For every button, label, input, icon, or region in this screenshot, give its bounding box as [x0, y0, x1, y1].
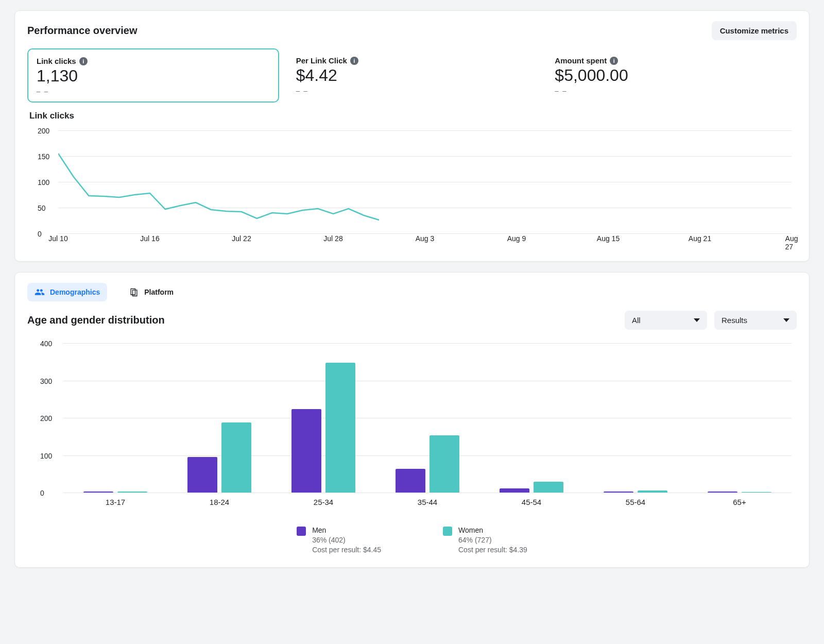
y-axis-tick: 0	[40, 489, 44, 497]
x-axis-tick: Aug 21	[689, 234, 711, 243]
bar-men	[187, 457, 217, 493]
chevron-down-icon	[694, 318, 700, 322]
demographics-tabs: Demographics Platform	[27, 283, 797, 301]
info-icon[interactable]: i	[350, 57, 358, 65]
legend-label: Men	[312, 526, 381, 535]
legend-share: 64% (727)	[458, 535, 527, 545]
demographics-heading: Age and gender distribution	[27, 314, 165, 326]
bar-men	[604, 492, 633, 493]
bar-women	[638, 490, 667, 493]
bar-group: 13-17	[63, 343, 167, 493]
legend-cpr: Cost per result: $4.39	[458, 545, 527, 555]
legend-women: Women 64% (727) Cost per result: $4.39	[443, 526, 527, 555]
y-axis-tick: 50	[38, 204, 46, 212]
y-axis-tick: 300	[40, 377, 52, 385]
x-axis-tick: 18-24	[210, 498, 229, 506]
legend-cpr: Cost per result: $4.45	[312, 545, 381, 555]
metric-value: 1,130	[37, 66, 270, 86]
x-axis-tick: Jul 28	[323, 234, 342, 243]
bar-group: 65+	[688, 343, 792, 493]
filter-all-select[interactable]: All	[625, 311, 707, 330]
legend-men: Men 36% (402) Cost per result: $4.45	[297, 526, 381, 555]
x-axis-tick: Aug 3	[416, 234, 435, 243]
bar-group: 18-24	[167, 343, 271, 493]
metric-value: $5,000.00	[555, 66, 788, 85]
bar-men	[83, 492, 113, 493]
filter-results-select[interactable]: Results	[714, 311, 797, 330]
y-axis-tick: 200	[40, 414, 52, 422]
y-axis-tick: 100	[38, 178, 49, 187]
demographics-card: Demographics Platform Age and gender dis…	[14, 272, 810, 568]
x-axis-tick: 35-44	[418, 498, 437, 506]
bar-chart-legend: Men 36% (402) Cost per result: $4.45 Wom…	[27, 526, 797, 555]
metric-label: Link clicks	[37, 57, 76, 65]
age-gender-bar-chart: 0100200300400 13-1718-2425-3435-4445-545…	[27, 338, 797, 503]
metric-label: Per Link Click	[296, 56, 347, 65]
y-axis-tick: 200	[38, 127, 49, 135]
swatch-men	[297, 527, 306, 536]
y-axis-tick: 0	[38, 230, 42, 238]
tab-demographics[interactable]: Demographics	[27, 283, 107, 301]
metric-subtext: – –	[37, 88, 270, 95]
select-value: Results	[722, 316, 747, 325]
bar-women	[117, 492, 147, 493]
select-value: All	[632, 316, 641, 325]
swatch-women	[443, 527, 452, 536]
x-axis-tick: 55-64	[626, 498, 645, 506]
bar-group: 45-54	[479, 343, 583, 493]
bar-women	[742, 492, 771, 493]
y-axis-tick: 400	[40, 340, 52, 348]
x-axis-tick: Jul 10	[48, 234, 67, 243]
x-axis-tick: Jul 16	[140, 234, 159, 243]
x-axis-tick: Aug 15	[597, 234, 620, 243]
line-chart-title: Link clicks	[29, 111, 797, 121]
x-axis-tick: 13-17	[106, 498, 125, 506]
performance-title: Performance overview	[27, 25, 137, 37]
metric-link-clicks[interactable]: Link clicks i 1,130 – –	[27, 48, 279, 103]
info-icon[interactable]: i	[79, 57, 88, 65]
bar-group: 25-34	[271, 343, 375, 493]
performance-overview-card: Performance overview Customize metrics L…	[14, 10, 810, 262]
y-axis-tick: 100	[40, 452, 52, 460]
tab-label: Platform	[144, 288, 174, 296]
x-axis-tick: Aug 27	[785, 234, 798, 251]
x-axis-tick: 45-54	[522, 498, 541, 506]
bar-group: 55-64	[583, 343, 688, 493]
tab-platform[interactable]: Platform	[122, 283, 181, 301]
metric-subtext: – –	[296, 87, 529, 95]
bar-men	[291, 409, 321, 493]
legend-share: 36% (402)	[312, 535, 381, 545]
metric-value: $4.42	[296, 66, 529, 85]
chevron-down-icon	[783, 318, 789, 322]
link-clicks-line-chart: 050100150200 Jul 10Jul 16Jul 22Jul 28Aug…	[27, 125, 797, 249]
metric-label: Amount spent	[555, 56, 607, 65]
platform-icon	[129, 287, 139, 297]
customize-metrics-button[interactable]: Customize metrics	[712, 21, 797, 40]
metric-subtext: – –	[555, 87, 788, 95]
bar-men	[396, 469, 425, 493]
x-axis-tick: Jul 22	[232, 234, 251, 243]
info-icon[interactable]: i	[610, 57, 618, 65]
bar-women	[534, 482, 563, 493]
bar-men	[500, 488, 529, 493]
bar-group: 35-44	[375, 343, 479, 493]
tab-label: Demographics	[50, 288, 100, 296]
bar-women	[325, 363, 355, 493]
x-axis-tick: 25-34	[314, 498, 333, 506]
metric-per-link-click[interactable]: Per Link Click i $4.42 – –	[287, 48, 538, 103]
x-axis-tick: 65+	[733, 498, 746, 506]
legend-label: Women	[458, 526, 527, 535]
bar-men	[708, 492, 737, 493]
y-axis-tick: 150	[38, 152, 49, 161]
bar-women	[221, 422, 251, 493]
people-icon	[35, 287, 45, 297]
metric-amount-spent[interactable]: Amount spent i $5,000.00 – –	[546, 48, 797, 103]
x-axis-tick: Aug 9	[507, 234, 526, 243]
bar-women	[430, 435, 459, 493]
metric-cards-row: Link clicks i 1,130 – – Per Link Click i…	[27, 48, 797, 103]
